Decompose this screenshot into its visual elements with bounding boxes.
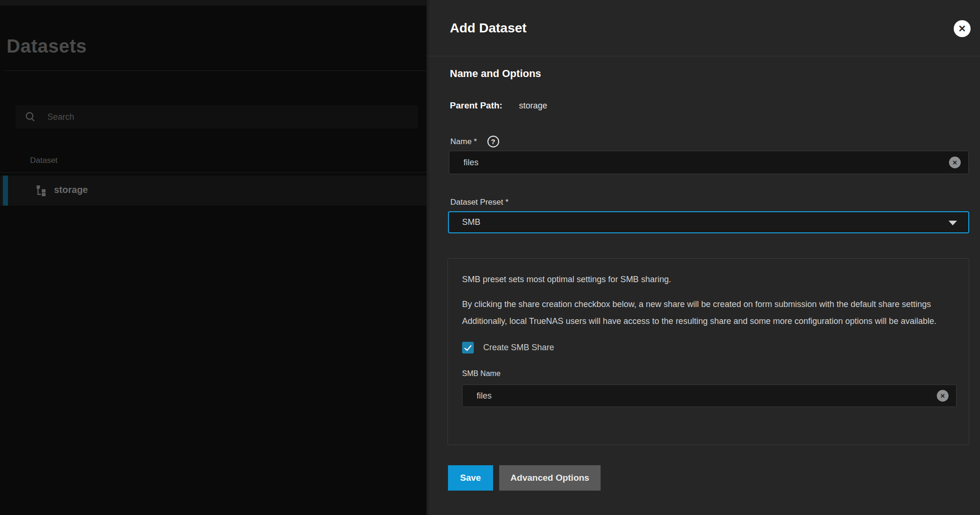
create-smb-share-label: Create SMB Share: [483, 343, 554, 353]
dataset-tree-icon: [36, 185, 47, 196]
dataset-table-header: Dataset: [0, 150, 426, 173]
advanced-options-button[interactable]: Advanced Options: [499, 465, 601, 491]
help-icon[interactable]: ?: [487, 136, 499, 147]
smb-name-input-field[interactable]: ✕: [462, 384, 957, 407]
add-dataset-drawer: Add Dataset ✕ Name and Options Parent Pa…: [426, 0, 980, 515]
dataset-row-label: storage: [54, 184, 88, 195]
parent-path-row: Parent Path: storage: [450, 100, 547, 111]
smb-preset-info-box: SMB preset sets most optimal settings fo…: [448, 258, 969, 445]
section-title: Name and Options: [450, 68, 541, 80]
clear-name-icon[interactable]: ✕: [949, 157, 961, 169]
name-input-field[interactable]: ✕: [449, 151, 969, 174]
parent-path-value: storage: [519, 101, 547, 110]
create-smb-share-checkbox[interactable]: [462, 342, 474, 354]
smb-preset-description: By clicking the share creation checkbox …: [462, 296, 941, 330]
clear-smb-name-icon[interactable]: ✕: [937, 390, 949, 402]
smb-name-input[interactable]: [463, 385, 956, 407]
create-smb-share-row[interactable]: Create SMB Share: [462, 342, 955, 354]
smb-name-label: SMB Name: [462, 369, 955, 378]
name-input[interactable]: [449, 151, 968, 174]
drawer-actions: Save Advanced Options: [448, 465, 601, 491]
smb-preset-summary: SMB preset sets most optimal settings fo…: [462, 275, 955, 284]
chevron-down-icon: [949, 221, 957, 225]
save-button[interactable]: Save: [448, 465, 493, 491]
dataset-column-header: Dataset: [30, 156, 58, 165]
selected-row-accent: [3, 176, 8, 206]
title-divider: [5, 70, 426, 71]
close-icon[interactable]: ✕: [954, 20, 971, 37]
dataset-search-box[interactable]: [15, 105, 418, 129]
search-icon: [26, 112, 35, 122]
page-title: Datasets: [7, 36, 87, 57]
drawer-header-divider: [427, 56, 980, 56]
top-bar: [0, 0, 426, 6]
drawer-title: Add Dataset: [450, 21, 526, 36]
dataset-row-storage[interactable]: storage: [0, 176, 426, 206]
name-field-label: Name *: [450, 137, 477, 146]
datasets-page-background: Datasets Dataset storage: [0, 0, 426, 515]
preset-selected-value: SMB: [449, 217, 480, 227]
preset-field-label: Dataset Preset *: [450, 198, 509, 207]
name-field-label-row: Name * ?: [450, 136, 499, 147]
parent-path-label: Parent Path:: [450, 100, 502, 110]
search-input[interactable]: [35, 105, 418, 129]
dataset-preset-select[interactable]: SMB: [448, 211, 969, 233]
